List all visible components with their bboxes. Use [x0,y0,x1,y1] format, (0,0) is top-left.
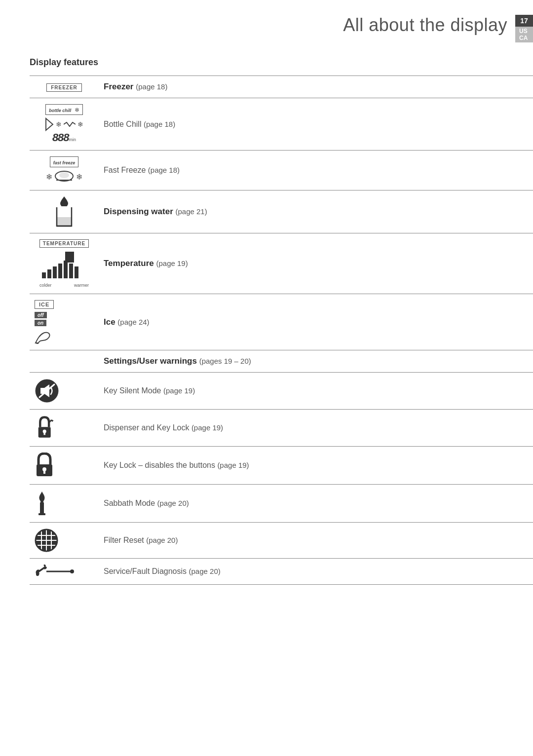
bc-digits: 888 [52,131,69,144]
ice-title: Ice [104,317,117,327]
ice-off-label: off [35,312,47,318]
sabbath-page-ref: (page 20) [157,499,189,507]
features-table: FREEZER Freezer (page 18) bottle chill ❄… [30,76,533,585]
glass-icon [56,207,73,227]
settings-desc: Settings/User warnings (pages 19 – 20) [99,350,533,373]
snowflake3-icon: ❄ [77,120,83,128]
sabbath-desc: Sabbath Mode (page 20) [99,485,533,523]
freezer-desc: Freezer (page 18) [99,76,533,98]
freezer-label: FREEZER [46,83,82,92]
key-lock-desc: Key Lock – disables the buttons (page 19… [99,447,533,485]
service-desc: Service/Fault Diagnosis (page 20) [99,559,533,585]
svg-rect-11 [64,261,68,278]
water-icon [35,196,94,227]
page-header: All about the display 17 US CA [0,0,533,47]
bottle-chill-icon: bottle chill ❄ ❄ ❄ 888min [35,104,94,144]
temperature-icon-cell: TEMPERATURE [30,233,99,294]
ice-page-ref: (page 24) [117,318,149,326]
play-icon [45,117,54,131]
bottle-chill-page-ref: (page 18) [144,120,175,128]
zigzag-icon [64,122,76,127]
freezer-title: Freezer [104,82,136,91]
key-silent-title: Key Silent Mode [104,386,163,395]
service-title: Service/Fault Diagnosis [104,567,189,575]
fast-freeze-body: ❄ ❄ [35,169,94,184]
page-title: All about the display [343,15,507,36]
service-page-ref: (page 20) [189,567,221,575]
water-page-ref: (page 21) [175,207,207,216]
freezer-icon-cell: FREEZER [30,76,99,98]
svg-marker-0 [46,118,53,130]
bowl-icon [54,169,74,184]
service-icon-cell [30,559,99,585]
fast-freeze-page-ref: (page 18) [148,166,180,174]
svg-point-40 [70,569,74,573]
svg-rect-10 [58,264,62,278]
filter-icon-cell [30,523,99,559]
key-lock-page-ref: (page 19) [217,461,249,469]
snowflake4-icon: ❄ [46,172,52,182]
filter-desc: Filter Reset (page 20) [99,523,533,559]
fast-freeze-icon-cell: fast freeze ❄ ❄ [30,151,99,190]
lock-icon [35,453,54,478]
settings-page-ref: (pages 19 – 20) [199,357,251,365]
water-icon-cell [30,190,99,233]
temp-colder-warmer: colder warmer [39,283,89,288]
sabbath-icon-cell [30,485,99,523]
section-heading: Display features [0,47,533,76]
table-row: FREEZER Freezer (page 18) [30,76,533,98]
ice-desc: Ice (page 24) [99,294,533,350]
freezer-page-ref: (page 18) [136,82,167,91]
page-badge: 17 US CA [515,15,533,42]
candle-icon [35,491,49,516]
svg-rect-7 [42,272,46,278]
svg-rect-13 [75,266,78,278]
table-row: bottle chill ❄ ❄ ❄ 888min [30,98,533,151]
table-row: Dispensing water (page 21) [30,190,533,233]
ice-icon-cell: ICE off on [30,294,99,350]
ice-group: ICE off on [35,300,94,344]
svg-rect-8 [47,269,51,278]
snowflake-icon: ❄ [75,107,79,113]
temp-bar-svg [39,251,89,280]
dispenser-lock-desc: Dispenser and Key Lock (page 19) [99,410,533,447]
bc-digits-row: 888min [35,131,94,144]
table-row: Key Silent Mode (page 19) [30,373,533,410]
settings-icon-cell [30,350,99,373]
dispenser-lock-title: Dispenser and Key Lock [104,423,191,432]
table-row: Dispenser and Key Lock (page 19) [30,410,533,447]
table-row: fast freeze ❄ ❄ Fast Freeze (page 18) [30,151,533,190]
locale-ca: CA [519,35,529,41]
bottle-chill-title: Bottle Chill [104,120,144,128]
bottle-chill-icon-cell: bottle chill ❄ ❄ ❄ 888min [30,98,99,151]
fast-freeze-desc: Fast Freeze (page 18) [99,151,533,190]
water-title: Dispensing water [104,207,175,216]
key-lock-icon-cell [30,447,99,485]
wrench-icon [35,565,74,578]
key-lock-title: Key Lock – disables the buttons [104,461,217,469]
locale-badge: US CA [515,27,533,42]
fast-freeze-title: Fast Freeze [104,166,148,174]
svg-rect-5 [57,217,72,226]
table-row: Filter Reset (page 20) [30,523,533,559]
table-row: ICE off on Ice (page 24) [30,294,533,350]
dispenser-lock-page-ref: (page 19) [191,423,223,432]
ice-off-on: off on [35,312,47,326]
table-row: Sabbath Mode (page 20) [30,485,533,523]
lock-key-icon [35,416,56,440]
temp-colder-label: colder [39,283,52,288]
temperature-desc: Temperature (page 19) [99,233,533,294]
bottle-chill-symbols: ❄ ❄ [35,117,94,131]
key-silent-icon-cell [30,373,99,410]
key-silent-page-ref: (page 19) [163,386,195,395]
ice-on-label: on [35,320,46,326]
key-silent-desc: Key Silent Mode (page 19) [99,373,533,410]
table-row: Settings/User warnings (pages 19 – 20) [30,350,533,373]
table-row: Key Lock – disables the buttons (page 19… [30,447,533,485]
bottle-chill-label: bottle chill [49,108,71,113]
svg-point-3 [59,172,69,178]
svg-rect-26 [43,469,45,474]
page-number: 17 [515,15,533,27]
temperature-label-box: TEMPERATURE [39,239,89,248]
temperature-bar-area: colder warmer [39,251,89,288]
